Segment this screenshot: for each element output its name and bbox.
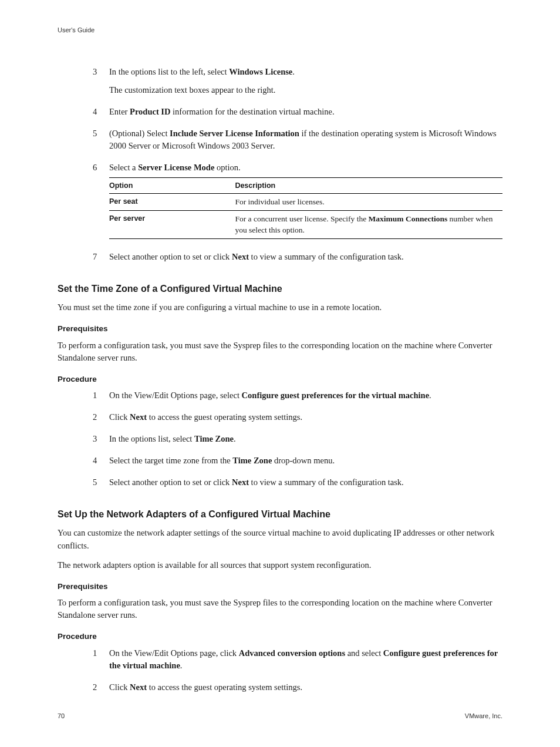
step-number: 1 [93, 647, 109, 674]
section-intro: You can customize the network adapter se… [58, 527, 502, 551]
step-number: 7 [93, 251, 109, 265]
step-text: Click Next to access the guest operating… [109, 681, 502, 694]
prerequisites-text: To perform a configuration task, you mus… [58, 597, 502, 621]
step-text: In the options list, select Time Zone. [109, 433, 502, 445]
step-text: In the options list to the left, select … [109, 66, 502, 78]
step-text: Select a Server License Mode option. [109, 161, 502, 174]
step-text: Select the target time zone from the Tim… [109, 455, 502, 467]
step-number: 3 [93, 433, 109, 447]
step-subtext: The customization text boxes appear to t… [109, 84, 502, 96]
step-number: 5 [93, 127, 109, 154]
page-footer: 70 VMware, Inc. [58, 712, 502, 721]
step-item: 4 Enter Product ID information for the d… [93, 106, 502, 120]
prerequisites-text: To perform a configuration task, you mus… [58, 339, 502, 364]
step-text: On the View/Edit Options page, select Co… [109, 389, 502, 402]
section-intro: You must set the time zone if you are co… [58, 301, 502, 314]
step-item: 4 Select the target time zone from the T… [93, 455, 502, 469]
step-number: 5 [93, 476, 109, 491]
step-item: 3 In the options list to the left, selec… [93, 66, 502, 99]
options-table: Option Description Per seat For individu… [109, 177, 502, 239]
step-item: 1 On the View/Edit Options page, select … [93, 389, 502, 404]
step-item: 6 Select a Server License Mode option. O… [93, 161, 502, 244]
procedure-steps-tz: 1 On the View/Edit Options page, select … [93, 389, 502, 491]
page-header: User's Guide [58, 26, 502, 35]
step-number: 4 [93, 106, 109, 120]
step-item: 3 In the options list, select Time Zone. [93, 433, 502, 447]
option-name: Per seat [109, 194, 235, 211]
step-item: 5 Select another option to set or click … [93, 476, 502, 491]
option-description: For a concurrent user license. Specify t… [235, 210, 502, 238]
table-header-option: Option [109, 178, 235, 194]
step-item: 5 (Optional) Select Include Server Licen… [93, 127, 502, 154]
step-number: 1 [93, 389, 109, 404]
step-item: 1 On the View/Edit Options page, click A… [93, 647, 502, 674]
step-text: On the View/Edit Options page, click Adv… [109, 647, 502, 672]
table-row: Per server For a concurrent user license… [109, 210, 502, 238]
step-number: 4 [93, 455, 109, 469]
step-item: 2 Click Next to access the guest operati… [93, 681, 502, 696]
procedure-heading: Procedure [58, 631, 502, 642]
option-name: Per server [109, 210, 235, 238]
table-row: Per seat For individual user licenses. [109, 194, 502, 211]
step-number: 6 [93, 161, 109, 244]
procedure-steps-a: 3 In the options list to the left, selec… [93, 66, 502, 265]
step-text: Enter Product ID information for the des… [109, 106, 502, 118]
section-intro: The network adapters option is available… [58, 559, 502, 571]
section-heading-timezone: Set the Time Zone of a Configured Virtua… [58, 282, 502, 295]
step-item: 7 Select another option to set or click … [93, 251, 502, 265]
table-header-row: Option Description [109, 178, 502, 194]
procedure-heading: Procedure [58, 374, 502, 385]
step-text: Select another option to set or click Ne… [109, 251, 502, 263]
option-description: For individual user licenses. [235, 194, 502, 211]
page-content: 3 In the options list to the left, selec… [58, 66, 502, 696]
step-text: Select another option to set or click Ne… [109, 476, 502, 489]
step-number: 2 [93, 411, 109, 426]
step-text: Click Next to access the guest operating… [109, 411, 502, 423]
footer-company: VMware, Inc. [465, 712, 502, 721]
section-heading-network: Set Up the Network Adapters of a Configu… [58, 507, 502, 521]
step-item: 2 Click Next to access the guest operati… [93, 411, 502, 426]
page-number: 70 [58, 712, 65, 721]
table-header-description: Description [235, 178, 502, 194]
prerequisites-heading: Prerequisites [58, 323, 502, 335]
prerequisites-heading: Prerequisites [58, 581, 502, 593]
step-number: 3 [93, 66, 109, 99]
step-text: (Optional) Select Include Server License… [109, 127, 502, 152]
step-number: 2 [93, 681, 109, 696]
procedure-steps-net: 1 On the View/Edit Options page, click A… [93, 647, 502, 696]
